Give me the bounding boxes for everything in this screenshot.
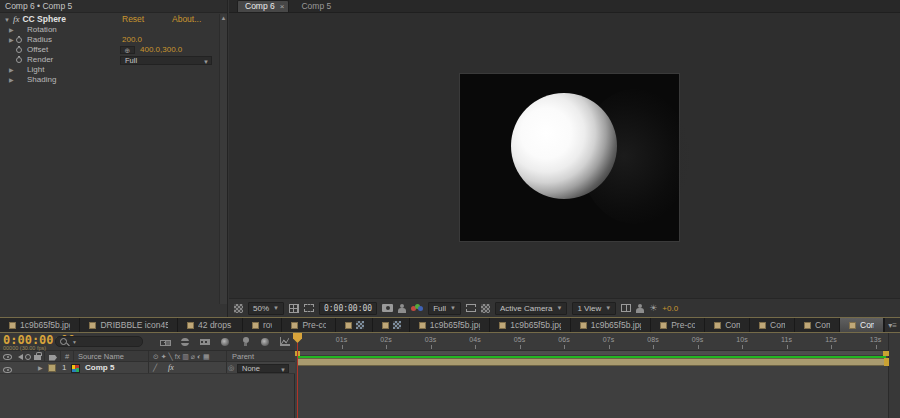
effect-panel-scrollbar[interactable]: ▲	[219, 14, 227, 304]
comp-nav-tab-4[interactable]: 4	[373, 318, 410, 332]
param-value[interactable]: 400.0,300.0	[140, 45, 182, 55]
layer-duration-bar[interactable]	[297, 358, 886, 366]
twirl-icon[interactable]: ▶	[9, 65, 14, 75]
effect-param-light[interactable]: ▶Light	[0, 65, 227, 75]
viewer-timecode[interactable]: 0:00:00:00	[319, 302, 377, 315]
stopwatch-icon[interactable]	[16, 47, 22, 53]
source-name-column-header[interactable]: Source Name	[78, 351, 124, 362]
pixel-aspect-icon[interactable]	[621, 304, 631, 312]
layer-row-comp5[interactable]: ▶ 1 Comp 5 ╱ fx ◎ None▼	[0, 362, 295, 374]
ruler-tick-label: 02s	[380, 336, 391, 343]
comp-nav-tab-comp-6[interactable]: Comp 6	[840, 318, 884, 332]
comp-nav-tab-dribbble-icon45-blue-drops[interactable]: DRIBBBLE icon45-blue-drops	[80, 318, 178, 332]
viewer-tab-comp5[interactable]: Comp 5	[301, 0, 331, 12]
layer-twirl-icon[interactable]: ▶	[38, 362, 43, 374]
brainstorm-icon[interactable]	[240, 337, 251, 347]
effect-reset-link[interactable]: Reset	[122, 13, 144, 25]
effect-twirl-icon[interactable]: ▼	[4, 17, 10, 23]
fast-preview-icon[interactable]	[636, 304, 644, 313]
effect-param-rotation[interactable]: ▶Rotation	[0, 25, 227, 35]
lock-column-icon	[34, 355, 41, 360]
effect-controls-panel-tab[interactable]: Comp 6 • Comp 5	[0, 0, 227, 13]
auto-keyframe-icon[interactable]	[260, 337, 271, 347]
comp-nav-tab-pre-comp-2[interactable]: Pre-comp 2	[651, 318, 705, 332]
point-picker-icon[interactable]: ⊕	[120, 46, 135, 54]
parent-dropdown[interactable]: None▼	[237, 364, 289, 373]
comp-nav-tab-label: Comp 3	[725, 320, 740, 330]
parent-pickwhip-icon[interactable]: ◎	[228, 362, 234, 374]
composition-viewer-panel: Comp 6 × Comp 5 50%▼ 0:00:00:00 Full▼ Ac…	[229, 0, 900, 317]
hide-shy-layers-icon[interactable]	[180, 337, 191, 347]
close-tab-icon[interactable]: ×	[280, 1, 285, 12]
comp-nav-tab-comp-4[interactable]: Comp 4	[750, 318, 795, 332]
show-channels-icon[interactable]	[411, 304, 423, 313]
effect-param-shading[interactable]: ▶Shading	[0, 75, 227, 85]
comp-nav-tab-comp-5[interactable]: Comp 5	[795, 318, 840, 332]
param-label: Rotation	[27, 25, 57, 35]
effect-param-offset[interactable]: Offset⊕400.0,300.0	[0, 45, 227, 55]
grid-guide-options-icon[interactable]	[289, 304, 299, 313]
cc-sphere-render	[511, 93, 617, 199]
stopwatch-icon[interactable]	[16, 57, 22, 63]
param-value[interactable]: 200.0	[122, 35, 142, 45]
effect-param-radius[interactable]: ▶Radius200.0	[0, 35, 227, 45]
comp-nav-tab-1c9b65f5b-jpg-comp-2[interactable]: 1c9b65f5b.jpg Comp 2	[410, 318, 490, 332]
viewer-stage[interactable]	[229, 13, 900, 298]
view-layout-dropdown[interactable]: 1 View▼	[572, 302, 616, 315]
index-column-header[interactable]: #	[65, 351, 69, 362]
comp-nav-tab-1c9b65f5b-jpg-comp-1[interactable]: 1c9b65f5b.jpg Comp 1	[0, 318, 80, 332]
comp-nav-tab-pre-comp-1[interactable]: Pre-comp 1	[282, 318, 336, 332]
viewer-tab-comp6[interactable]: Comp 6 ×	[237, 0, 289, 12]
comp-nav-tab-label: 1c9b65f5b.jpg Comp 4	[591, 320, 641, 330]
layer-visibility-eye-icon[interactable]	[3, 367, 12, 373]
strip-menu-icon[interactable]: ▾≡	[884, 318, 900, 332]
comp-nav-tab-1c9b65f5b-jpg-comp-4[interactable]: 1c9b65f5b.jpg Comp 4	[571, 318, 651, 332]
effect-param-render[interactable]: RenderFull▼	[0, 55, 227, 65]
current-time-indicator-line	[297, 343, 298, 418]
exposure-sun-icon[interactable]: ☀	[649, 302, 657, 315]
comp-nav-tab-comp-3[interactable]: Comp 3	[705, 318, 750, 332]
chevron-down-icon: ▼	[556, 303, 562, 314]
layer-label-swatch[interactable]	[48, 364, 56, 372]
camera-view-dropdown[interactable]: Active Camera▼	[495, 302, 567, 315]
param-dropdown[interactable]: Full▼	[120, 56, 212, 65]
stopwatch-icon[interactable]	[16, 37, 22, 43]
snapshot-camera-icon[interactable]	[382, 304, 393, 312]
thumbnail-icon	[393, 321, 401, 329]
layer-quality-switch[interactable]: ╱	[153, 362, 157, 374]
effect-about-link[interactable]: About...	[172, 13, 201, 25]
motion-blur-icon[interactable]	[220, 337, 231, 347]
comp-nav-tab-3[interactable]: 3	[336, 318, 373, 332]
comp-nav-tab-1c9b65f5b-jpg-comp-3[interactable]: 1c9b65f5b.jpg Comp 3	[490, 318, 570, 332]
chevron-down-icon: ▼	[280, 366, 286, 374]
comp-icon	[804, 322, 811, 329]
effect-name[interactable]: CC Sphere	[22, 14, 65, 24]
twirl-icon[interactable]: ▶	[9, 25, 14, 35]
layer-fx-switch[interactable]: fx	[168, 362, 174, 374]
transparency-grid-icon[interactable]	[481, 304, 490, 313]
twirl-icon[interactable]: ▶	[9, 35, 14, 45]
mask-visibility-icon[interactable]	[304, 304, 314, 312]
graph-editor-icon[interactable]	[280, 337, 291, 347]
frame-blending-icon[interactable]	[200, 337, 211, 347]
show-snapshot-icon[interactable]	[398, 304, 406, 313]
exposure-value[interactable]: +0.0	[662, 304, 678, 313]
scroll-up-icon[interactable]: ▲	[220, 14, 227, 23]
time-ruler[interactable]: 01s02s03s04s05s06s07s08s09s10s11s12s13s	[295, 333, 888, 351]
solo-column-icon	[25, 354, 31, 360]
layer-name[interactable]: Comp 5	[85, 362, 114, 374]
comp-nav-tab-42-drops-of-blue[interactable]: 42 drops of blue	[178, 318, 243, 332]
comp-nav-tab-row-1[interactable]: row-1	[243, 318, 283, 332]
region-of-interest-icon[interactable]	[466, 304, 476, 312]
composition-canvas[interactable]	[460, 74, 679, 241]
comp-icon	[580, 322, 587, 329]
timeline-track-area: 01s02s03s04s05s06s07s08s09s10s11s12s13s	[295, 333, 888, 418]
timeline-search-input[interactable]: ▼	[55, 336, 143, 347]
parent-column-header[interactable]: Parent	[232, 351, 254, 362]
resolution-dropdown[interactable]: Full▼	[428, 302, 461, 315]
video-column-icon	[3, 354, 12, 360]
mini-flowchart-icon[interactable]	[160, 337, 171, 347]
zoom-level-dropdown[interactable]: 50%▼	[248, 302, 284, 315]
twirl-icon[interactable]: ▶	[9, 75, 14, 85]
comp-icon	[345, 322, 352, 329]
